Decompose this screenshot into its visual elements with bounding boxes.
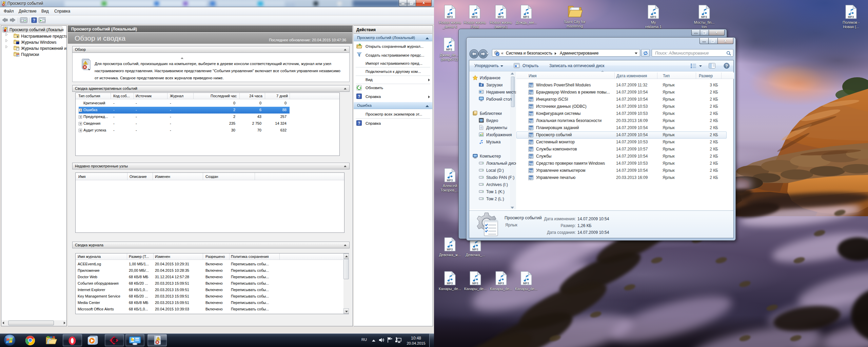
- svg-text:?: ?: [358, 121, 360, 126]
- svg-text:x: x: [3, 3, 4, 6]
- svg-text:?: ?: [33, 18, 35, 23]
- svg-text:!: !: [85, 62, 86, 65]
- svg-text:!: !: [158, 338, 159, 341]
- svg-text:?: ?: [725, 64, 728, 68]
- svg-text:?: ?: [358, 94, 360, 99]
